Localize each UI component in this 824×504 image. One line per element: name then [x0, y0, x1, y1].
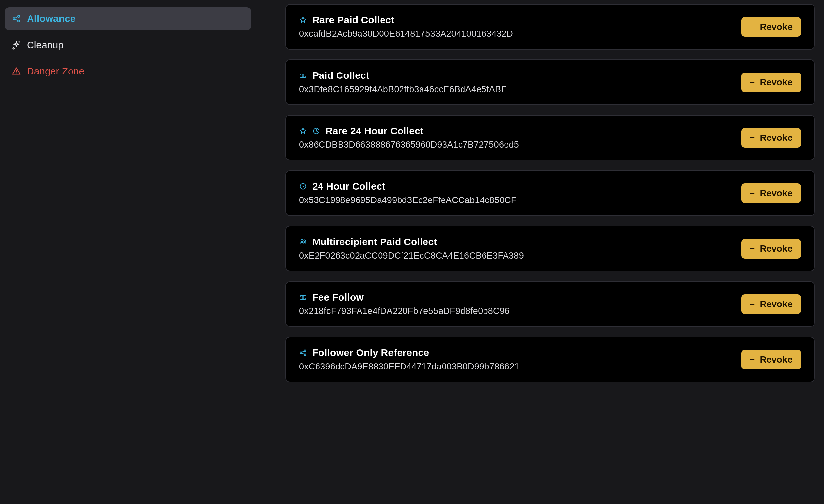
- share-icon: [12, 14, 21, 23]
- sidebar-item-allowance[interactable]: Allowance: [5, 7, 251, 30]
- module-card: Follower Only Reference0xC6396dcDA9E8830…: [285, 337, 815, 382]
- sidebar-item-label: Allowance: [27, 13, 76, 24]
- revoke-button[interactable]: Revoke: [741, 183, 801, 203]
- module-info: 24 Hour Collect0x53C1998e9695Da499bd3Ec2…: [299, 181, 517, 205]
- revoke-button[interactable]: Revoke: [741, 17, 801, 37]
- module-title: Rare Paid Collect: [312, 14, 394, 26]
- module-info: Rare Paid Collect0xcafdB2Acb9a30D00E6148…: [299, 14, 513, 39]
- module-info: Follower Only Reference0xC6396dcDA9E8830…: [299, 347, 520, 372]
- module-info: Fee Follow0x218fcF793FA1e4fDA220Fb7e55aD…: [299, 292, 510, 316]
- star-icon: [299, 16, 307, 24]
- warning-icon: [12, 67, 21, 76]
- module-card: Multirecipient Paid Collect0xE2F0263c02a…: [285, 226, 815, 271]
- revoke-button-label: Revoke: [760, 355, 793, 365]
- clock-icon: [299, 183, 307, 190]
- revoke-button[interactable]: Revoke: [741, 294, 801, 314]
- cash-icon: [299, 72, 307, 79]
- svg-line-4: [15, 19, 18, 21]
- svg-line-3: [15, 17, 18, 18]
- module-title-row: Follower Only Reference: [299, 347, 520, 358]
- module-title: Follower Only Reference: [312, 347, 429, 358]
- share-icon: [299, 349, 307, 357]
- revoke-button[interactable]: Revoke: [741, 350, 801, 370]
- revoke-button-label: Revoke: [760, 188, 793, 199]
- module-title: Paid Collect: [312, 70, 369, 81]
- sidebar: AllowanceCleanupDanger Zone: [0, 0, 256, 504]
- revoke-button[interactable]: Revoke: [741, 239, 801, 259]
- revoke-button-label: Revoke: [760, 299, 793, 309]
- svg-line-29: [302, 353, 304, 355]
- star-icon: [299, 127, 307, 135]
- module-info: Rare 24 Hour Collect0x86CDBB3D6638886763…: [299, 125, 519, 150]
- revoke-button-label: Revoke: [760, 132, 793, 143]
- sidebar-item-label: Danger Zone: [27, 66, 84, 77]
- revoke-button-label: Revoke: [760, 22, 793, 32]
- minus-icon: [748, 79, 756, 86]
- main-content: Rare Paid Collect0xcafdB2Acb9a30D00E6148…: [256, 0, 824, 504]
- module-title: Rare 24 Hour Collect: [325, 125, 423, 136]
- module-address: 0x53C1998e9695Da499bd3Ec2eFfeACCab14c850…: [299, 195, 517, 205]
- module-card: Rare 24 Hour Collect0x86CDBB3D6638886763…: [285, 115, 815, 161]
- module-title-row: Rare 24 Hour Collect: [299, 125, 519, 136]
- svg-point-21: [302, 297, 304, 298]
- revoke-button-label: Revoke: [760, 77, 793, 88]
- module-address: 0xcafdB2Acb9a30D00E614817533A20410016343…: [299, 29, 513, 39]
- svg-point-17: [301, 239, 303, 241]
- module-list: Rare Paid Collect0xcafdB2Acb9a30D00E6148…: [285, 4, 815, 382]
- svg-point-9: [302, 75, 304, 77]
- minus-icon: [748, 356, 756, 363]
- module-title-row: Multirecipient Paid Collect: [299, 236, 524, 247]
- module-info: Multirecipient Paid Collect0xE2F0263c02a…: [299, 236, 524, 261]
- sidebar-item-cleanup[interactable]: Cleanup: [5, 33, 251, 57]
- revoke-button[interactable]: Revoke: [741, 128, 801, 148]
- module-title-row: 24 Hour Collect: [299, 181, 517, 192]
- module-address: 0xC6396dcDA9E8830EFD44717da003B0D99b7866…: [299, 362, 520, 372]
- module-title-row: Fee Follow: [299, 292, 510, 303]
- sidebar-item-label: Cleanup: [27, 39, 64, 51]
- revoke-button[interactable]: Revoke: [741, 73, 801, 92]
- cash-icon: [299, 293, 307, 301]
- minus-icon: [748, 23, 756, 30]
- sidebar-item-danger-zone[interactable]: Danger Zone: [5, 60, 251, 83]
- module-address: 0x3Dfe8C165929f4AbB02ffb3a46ccE6BdA4e5fA…: [299, 84, 507, 95]
- module-card: Rare Paid Collect0xcafdB2Acb9a30D00E6148…: [285, 4, 815, 49]
- module-address: 0x218fcF793FA1e4fDA220Fb7e55aDF9d8fe0b8C…: [299, 306, 510, 316]
- svg-point-6: [16, 73, 16, 73]
- users-icon: [299, 238, 307, 246]
- module-info: Paid Collect0x3Dfe8C165929f4AbB02ffb3a46…: [299, 70, 507, 95]
- module-card: 24 Hour Collect0x53C1998e9695Da499bd3Ec2…: [285, 170, 815, 216]
- module-title-row: Rare Paid Collect: [299, 14, 513, 26]
- sparkles-icon: [12, 40, 21, 49]
- revoke-button-label: Revoke: [760, 243, 793, 254]
- svg-point-18: [304, 239, 305, 241]
- minus-icon: [748, 134, 756, 141]
- module-address: 0x86CDBB3D663888676365960D93A1c7B727506e…: [299, 140, 519, 150]
- minus-icon: [748, 245, 756, 252]
- svg-line-28: [302, 351, 304, 352]
- clock-icon: [312, 127, 320, 135]
- svg-rect-20: [300, 296, 306, 299]
- module-title: Multirecipient Paid Collect: [312, 236, 437, 247]
- module-title: Fee Follow: [312, 292, 364, 303]
- module-address: 0xE2F0263c02aCC09DCf21EcC8CA4E16CB6E3FA3…: [299, 251, 524, 261]
- module-card: Paid Collect0x3Dfe8C165929f4AbB02ffb3a46…: [285, 60, 815, 105]
- module-title: 24 Hour Collect: [312, 181, 386, 192]
- module-card: Fee Follow0x218fcF793FA1e4fDA220Fb7e55aD…: [285, 281, 815, 327]
- minus-icon: [748, 190, 756, 197]
- svg-rect-8: [300, 74, 306, 78]
- module-title-row: Paid Collect: [299, 70, 507, 81]
- minus-icon: [748, 301, 756, 308]
